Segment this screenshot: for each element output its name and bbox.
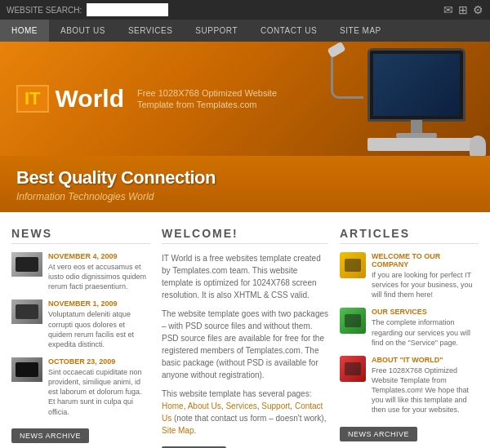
news-thumb-1 [11,252,42,277]
screen-display [373,54,460,116]
article-icon-1 [340,252,366,278]
news-item-1: NOVEMBER 4, 2009 At vero eos et accusamu… [11,252,150,291]
welcome-title: WELCOME! [162,227,328,244]
article-title-2: OUR SERVICES [372,308,479,316]
article-content-1: WELCOME TO OUR COMPANY If you are lookin… [372,252,479,299]
news-date-3: OCTOBER 23, 2009 [48,357,150,366]
logo-world-text: World [56,85,124,113]
welcome-para3: This website template has several pages:… [162,388,328,437]
news-archive-button[interactable]: NEWS ARCHIVE [11,428,89,443]
news-text-3: Sint occaecati cupiditate non provident,… [48,367,150,417]
welcome-column: WELCOME! IT World is a free websites tem… [162,227,328,448]
articles-column: ARTICLES WELCOME TO OUR COMPANY If you a… [340,227,479,448]
hero-headline: Best Quality Connection [16,167,474,189]
search-input[interactable] [87,3,168,16]
link-home[interactable]: Home [162,401,184,410]
keyboard-icon [368,138,474,151]
nav-support[interactable]: SUPPORT [184,20,249,42]
top-icons: ✉ ⊞ ⚙ [443,3,483,16]
news-column: NEWS NOVEMBER 4, 2009 At vero eos et acc… [11,227,150,448]
mouse-icon [470,135,486,156]
article-item-2: OUR SERVICES The complete information re… [340,308,479,347]
news-date-2: NOVEMBER 1, 2009 [48,299,150,308]
link-services[interactable]: Services [225,401,256,410]
top-bar: WEBSITE SEARCH: ✉ ⊞ ⚙ [0,0,490,20]
monitor-icon [368,48,466,122]
hero-subheadline: Information Technologies World [16,191,474,202]
main-nav: HOME ABOUT US SERVICES SUPPORT CONTACT U… [0,20,490,42]
welcome-para1: IT World is a free websites template cre… [162,252,328,301]
hero-banner: Best Quality Connection Information Tech… [0,156,490,212]
article-text-3: Free 1028X768 Optimized Website Template… [372,366,479,415]
nav-home[interactable]: HOME [0,20,49,42]
news-title: NEWS [11,227,150,244]
news-thumb-2 [11,299,42,324]
link-sitemap[interactable]: Site Map [162,426,194,435]
article-item-1: WELCOME TO OUR COMPANY If you are lookin… [340,252,479,299]
news-item-2: NOVEMBER 1, 2009 Voluptatum deleniti atq… [11,299,150,349]
logo-it-text: IT [24,88,41,109]
news-text-2: Voluptatum deleniti atque corrupti quos … [48,309,150,349]
logo-tagline: Free 1028X768 Optimized Website Template… [137,87,301,111]
article-title-3: ABOUT "IT WORLD" [372,356,479,364]
nav-services[interactable]: SERVICES [117,20,184,42]
email-icon[interactable]: ✉ [443,3,453,16]
news-content-3: OCTOBER 23, 2009 Sint occaecati cupidita… [48,357,150,417]
welcome-para2: The website template goes with two packa… [162,308,328,381]
search-label: WEBSITE SEARCH: [7,6,82,15]
rss-icon[interactable]: ⊞ [458,3,468,16]
news-thumb-3 [11,357,42,382]
settings-icon[interactable]: ⚙ [473,3,483,16]
news-item-3: OCTOBER 23, 2009 Sint occaecati cupidita… [11,357,150,417]
article-title-1: WELCOME TO OUR COMPANY [372,252,479,268]
link-support[interactable]: Support [261,401,290,410]
articles-title: ARTICLES [340,227,479,244]
article-content-2: OUR SERVICES The complete information re… [372,308,479,347]
article-content-3: ABOUT "IT WORLD" Free 1028X768 Optimized… [372,356,479,415]
search-area: WEBSITE SEARCH: [7,3,168,16]
lamp-icon [331,50,363,99]
nav-contact[interactable]: CONTACT US [249,20,328,42]
article-item-3: ABOUT "IT WORLD" Free 1028X768 Optimized… [340,356,479,415]
logo-it-box: IT [16,85,49,113]
news-content-2: NOVEMBER 1, 2009 Voluptatum deleniti atq… [48,299,150,349]
article-icon-2 [340,308,366,334]
logo-area: IT World Free 1028X768 Optimized Website… [0,77,317,121]
link-about[interactable]: About Us [188,401,221,410]
nav-about[interactable]: ABOUT US [49,20,117,42]
article-icon-3 [340,356,366,382]
header: IT World Free 1028X768 Optimized Website… [0,42,490,156]
news-content-1: NOVEMBER 4, 2009 At vero eos et accusamu… [48,252,150,291]
articles-archive-button[interactable]: NEWS ARCHIVE [340,427,417,441]
article-text-2: The complete information regarding our s… [372,317,479,347]
article-text-1: If you are looking for perfect IT servic… [372,270,479,299]
nav-sitemap[interactable]: SITE MAP [328,20,393,42]
main-content: NEWS NOVEMBER 4, 2009 At vero eos et acc… [0,212,490,448]
news-date-1: NOVEMBER 4, 2009 [48,252,150,260]
news-text-1: At vero eos et accusamus et iusto odio d… [48,262,150,291]
